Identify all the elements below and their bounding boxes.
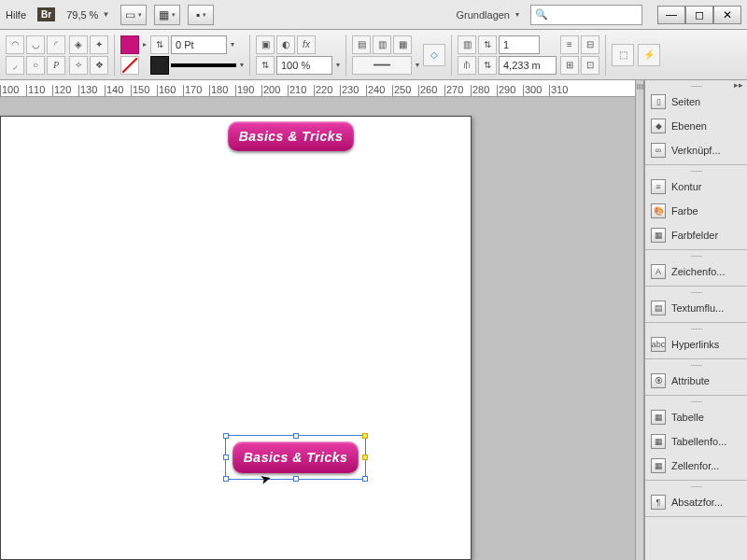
corner-btn[interactable]: ○ <box>26 56 45 75</box>
page[interactable]: Basics & Tricks Basics & Tricks ➤ <box>0 116 472 560</box>
panel-item-ebenen[interactable]: ◆Ebenen <box>645 114 747 138</box>
no-fill-swatch[interactable] <box>120 56 139 75</box>
resize-handle[interactable] <box>362 433 368 439</box>
opacity-field[interactable]: 100 % <box>276 56 332 75</box>
column-count-field[interactable]: 1 <box>499 35 540 54</box>
pathfinder-btn[interactable]: ✦ <box>90 35 108 54</box>
minimize-button[interactable]: — <box>657 6 685 24</box>
panel-grip[interactable] <box>645 252 747 259</box>
align-btn[interactable]: ⊡ <box>581 56 599 75</box>
gutter-icon[interactable]: ⫛ <box>458 56 476 75</box>
panel-label: Zeichenfo... <box>671 266 725 277</box>
wrap-btn[interactable]: ▥ <box>373 35 391 54</box>
stroke-stepper[interactable]: ⇅ <box>150 35 169 54</box>
panel-item-tabelle[interactable]: ▦Tabelle <box>645 405 747 429</box>
fill-dropdown-icon[interactable]: ▸ <box>143 40 147 49</box>
panel-label: Kontur <box>671 181 701 192</box>
resize-handle[interactable] <box>223 433 229 439</box>
align-btn[interactable]: ⊞ <box>560 56 579 75</box>
pathfinder-btn[interactable]: ❖ <box>90 56 108 75</box>
anchor-btn[interactable]: ⬚ <box>612 44 634 66</box>
workspace: Basics & Tricks Basics & Tricks ➤ <box>0 97 644 560</box>
workspace-switcher[interactable]: Grundlagen▾ <box>457 9 520 21</box>
resize-handle[interactable] <box>293 476 299 482</box>
zoom-level[interactable]: 79,5 %▼ <box>66 9 109 21</box>
panel-icon: ≡ <box>651 179 666 194</box>
panel-item-textumflu[interactable]: ▤Textumflu... <box>645 296 747 320</box>
panel-item-zeichenfo[interactable]: AZeichenfo... <box>645 259 747 284</box>
fx-button[interactable]: fx <box>297 35 316 54</box>
ruler-tick: 160 <box>157 85 183 96</box>
fit-frame-button[interactable]: ◇ <box>423 44 445 66</box>
panel-label: Farbfelder <box>671 230 718 241</box>
panel-item-kontur[interactable]: ≡Kontur <box>645 175 747 199</box>
panel-grip[interactable] <box>645 398 747 405</box>
resize-handle[interactable] <box>293 433 299 439</box>
quick-apply-button[interactable]: ⚡ <box>638 44 660 66</box>
selection-bounding-box[interactable] <box>225 435 366 480</box>
ruler-tick: 170 <box>183 85 209 96</box>
panel-grip[interactable] <box>645 483 747 490</box>
stroke-weight-field[interactable]: 0 Pt <box>171 35 227 54</box>
panel-item-tabellenfo[interactable]: ▦Tabellenfo... <box>645 429 747 454</box>
corner-btn[interactable]: ◡ <box>26 35 45 54</box>
panel-item-attribute[interactable]: ⦿Attribute <box>645 369 747 393</box>
ruler-tick: 260 <box>418 85 444 96</box>
panel-item-farbe[interactable]: 🎨Farbe <box>645 199 747 223</box>
panel-item-farbfelder[interactable]: ▦Farbfelder <box>645 223 747 247</box>
panel-grip[interactable] <box>645 82 747 90</box>
align-btn[interactable]: ⊟ <box>581 35 599 54</box>
panel-item-zellenfor[interactable]: ▦Zellenfor... <box>645 454 747 478</box>
panel-collapse-bar[interactable] <box>635 80 644 560</box>
wrap-btn[interactable]: ━━━ <box>352 56 412 75</box>
bridge-badge[interactable]: Br <box>37 7 55 21</box>
panel-icon: ▤ <box>651 301 666 315</box>
panel-item-absatzfor[interactable]: ¶Absatzfor... <box>645 490 747 514</box>
panel-icon: ▦ <box>651 228 666 243</box>
wrap-btn[interactable]: ▦ <box>393 35 412 54</box>
panel-label: Farbe <box>671 205 698 217</box>
help-menu[interactable]: Hilfe <box>6 9 26 21</box>
panel-grip[interactable] <box>645 361 747 369</box>
stroke-swatch[interactable] <box>150 56 169 75</box>
display-perf-button[interactable]: ▪ <box>188 5 214 25</box>
wrap-btn[interactable]: ▤ <box>352 35 371 54</box>
search-input[interactable]: 🔍 <box>530 5 642 25</box>
panel-item-hyperlinks[interactable]: abcHyperlinks <box>645 332 747 357</box>
pathfinder-btn[interactable]: ✧ <box>69 56 88 75</box>
resize-handle[interactable] <box>362 455 368 460</box>
close-button[interactable]: ✕ <box>713 6 741 24</box>
gutter-field[interactable]: 4,233 m <box>499 56 557 75</box>
panel-grip[interactable] <box>645 167 747 175</box>
maximize-button[interactable]: ◻ <box>685 6 713 24</box>
panel-label: Ebenen <box>671 120 707 132</box>
opacity-stepper[interactable]: ⇅ <box>256 56 275 75</box>
gutter-stepper[interactable]: ⇅ <box>478 56 497 75</box>
panel-grip[interactable] <box>645 325 747 332</box>
stroke-style[interactable] <box>171 63 236 67</box>
screen-mode-button[interactable]: ▭ <box>120 5 147 25</box>
effects-btn[interactable]: ◐ <box>276 35 295 54</box>
expand-panels-icon[interactable]: ▸▸ <box>734 80 745 91</box>
pathfinder-btn[interactable]: ◈ <box>69 35 88 54</box>
columns-icon[interactable]: ▥ <box>458 35 476 54</box>
panel-item-seiten[interactable]: ▯Seiten <box>645 90 747 114</box>
resize-handle[interactable] <box>223 476 229 482</box>
col-stepper[interactable]: ⇅ <box>478 35 497 54</box>
fill-swatch[interactable] <box>120 35 139 54</box>
ruler-tick: 120 <box>52 85 78 96</box>
resize-handle[interactable] <box>223 455 229 460</box>
panel-grip[interactable] <box>645 288 747 296</box>
corner-btn[interactable]: ◜ <box>47 35 65 54</box>
resize-handle[interactable] <box>362 476 368 482</box>
corner-btn[interactable]: ◞ <box>6 56 24 75</box>
ruler-tick: 210 <box>288 85 314 96</box>
panel-icon: ⦿ <box>651 373 666 388</box>
button-object-top[interactable]: Basics & Tricks <box>228 121 354 151</box>
type-on-path-icon[interactable]: P <box>47 56 65 75</box>
effects-btn[interactable]: ▣ <box>256 35 275 54</box>
align-btn[interactable]: ≡ <box>560 35 579 54</box>
arrange-docs-button[interactable]: ▦ <box>154 5 180 25</box>
panel-item-verknpf[interactable]: ∞Verknüpf... <box>645 138 747 162</box>
corner-btn[interactable]: ◠ <box>6 35 24 54</box>
